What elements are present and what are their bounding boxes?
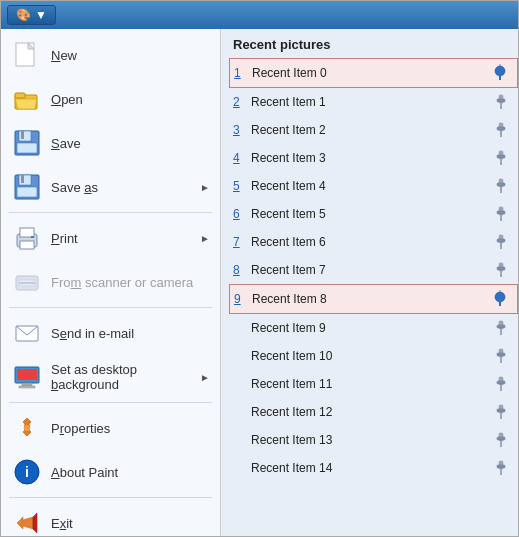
recent-item-pin-icon[interactable] [490,231,512,253]
app-dropdown-icon: ▼ [35,8,47,22]
recent-item-pin-icon[interactable] [489,62,511,84]
svg-point-29 [495,66,505,76]
recent-item-name: Recent Item 0 [252,66,489,80]
menu-item-about[interactable]: i About Paint [1,450,220,494]
svg-rect-11 [21,175,24,183]
recent-item-pin-icon[interactable] [490,401,512,423]
svg-rect-51 [497,267,505,270]
recent-list-item[interactable]: Recent Item 9 [229,314,518,342]
recent-list-item[interactable]: 4Recent Item 3 [229,144,518,172]
recent-item-name: Recent Item 2 [251,123,490,137]
scanner-label: From scanner or camera [51,275,210,290]
save-icon [11,127,43,159]
app-icon: 🎨 [16,8,31,22]
svg-rect-45 [497,211,505,214]
recent-item-pin-icon[interactable] [490,203,512,225]
recent-list-item[interactable]: 8Recent Item 7 [229,256,518,284]
about-label: About Paint [51,465,210,480]
svg-point-25 [24,425,30,431]
recent-item-pin-icon[interactable] [490,175,512,197]
desktop-arrow: ► [200,372,210,383]
svg-rect-64 [500,385,502,391]
svg-rect-6 [19,131,31,141]
properties-label: Properties [51,421,210,436]
menu-item-saveas[interactable]: Save as ► [1,165,220,209]
recent-item-num: 3 [233,123,247,137]
recent-item-name: Recent Item 12 [251,405,490,419]
menu-item-email[interactable]: Send in e-mail [1,311,220,355]
recent-item-name: Recent Item 14 [251,461,490,475]
svg-rect-61 [500,357,502,363]
recent-item-pin-icon[interactable] [490,317,512,339]
svg-rect-49 [500,243,502,249]
open-icon [11,83,43,115]
recent-panel: Recent pictures 1Recent Item 0 2Recent I… [221,29,518,536]
svg-rect-36 [497,127,505,130]
recent-item-num: 9 [234,292,248,306]
recent-list-item[interactable]: 1Recent Item 0 [229,58,518,88]
print-label: Print [51,231,200,246]
main-window: 🎨 ▼ New [0,0,519,537]
svg-rect-39 [497,155,505,158]
menu-item-exit[interactable]: Exit [1,501,220,536]
recent-item-pin-icon[interactable] [490,457,512,479]
svg-rect-22 [17,369,37,380]
print-arrow: ► [200,233,210,244]
recent-list-item[interactable]: Recent Item 12 [229,398,518,426]
recent-list-item[interactable]: Recent Item 13 [229,426,518,454]
svg-point-53 [495,292,505,302]
svg-rect-8 [17,143,37,153]
svg-rect-67 [500,413,502,419]
recent-item-pin-icon[interactable] [490,119,512,141]
menu-item-open[interactable]: Open [1,77,220,121]
recent-list-item[interactable]: 5Recent Item 4 [229,172,518,200]
recent-item-name: Recent Item 5 [251,207,490,221]
recent-list-item[interactable]: Recent Item 14 [229,454,518,482]
saveas-label: Save as [51,180,200,195]
recent-list-item[interactable]: 3Recent Item 2 [229,116,518,144]
recent-list[interactable]: 1Recent Item 0 2Recent Item 1 3Recent It… [229,58,518,528]
recent-item-pin-icon[interactable] [490,373,512,395]
recent-list-item[interactable]: Recent Item 10 [229,342,518,370]
saveas-arrow: ► [200,182,210,193]
svg-rect-12 [17,187,37,197]
menu-item-new[interactable]: New [1,33,220,77]
svg-rect-46 [500,215,502,221]
menu-item-save[interactable]: Save [1,121,220,165]
exit-icon [11,507,43,536]
recent-item-pin-icon[interactable] [490,259,512,281]
recent-item-pin-icon[interactable] [490,147,512,169]
recent-list-item[interactable]: 6Recent Item 5 [229,200,518,228]
svg-rect-52 [500,271,502,277]
recent-item-num: 2 [233,95,247,109]
svg-rect-7 [21,131,24,139]
svg-rect-43 [500,187,502,193]
app-menu-button[interactable]: 🎨 ▼ [7,5,56,25]
recent-list-item[interactable]: Recent Item 11 [229,370,518,398]
recent-list-item[interactable]: 2Recent Item 1 [229,88,518,116]
recent-item-num: 7 [233,235,247,249]
svg-rect-10 [19,175,31,185]
recent-item-pin-icon[interactable] [489,288,511,310]
menu-item-desktop[interactable]: Set as desktop background ► [1,355,220,399]
content-area: New Open [1,29,518,536]
recent-item-pin-icon[interactable] [490,429,512,451]
properties-icon [11,412,43,444]
svg-rect-14 [20,228,34,237]
svg-rect-42 [497,183,505,186]
recent-list-item[interactable]: 9Recent Item 8 [229,284,518,314]
recent-list-item[interactable]: 7Recent Item 6 [229,228,518,256]
svg-rect-66 [497,409,505,412]
email-label: Send in e-mail [51,326,210,341]
svg-rect-54 [499,301,501,306]
recent-item-pin-icon[interactable] [490,91,512,113]
svg-rect-30 [499,75,501,80]
recent-item-pin-icon[interactable] [490,345,512,367]
new-label: New [51,48,210,63]
menu-item-properties[interactable]: Properties [1,406,220,450]
svg-rect-63 [497,381,505,384]
menu-item-print[interactable]: Print ► [1,216,220,260]
menu-panel: New Open [1,29,221,536]
svg-rect-48 [497,239,505,242]
svg-rect-60 [497,353,505,356]
